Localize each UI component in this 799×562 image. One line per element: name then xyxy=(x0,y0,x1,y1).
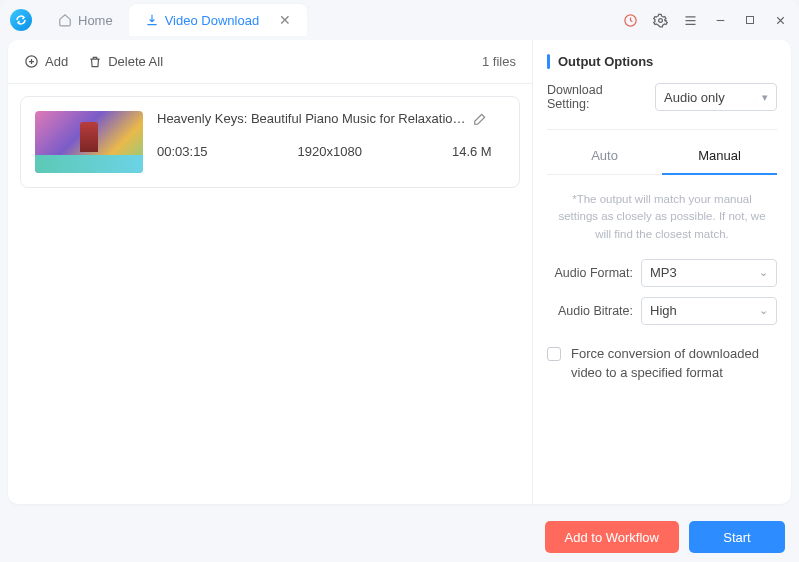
delete-all-label: Delete All xyxy=(108,54,163,69)
audio-bitrate-select[interactable]: High ⌄ xyxy=(641,297,777,325)
plus-circle-icon xyxy=(24,54,39,69)
tab-home-label: Home xyxy=(78,13,113,28)
delete-all-button[interactable]: Delete All xyxy=(88,54,163,69)
right-pane: Output Options Download Setting: Audio o… xyxy=(533,40,791,504)
tab-home[interactable]: Home xyxy=(42,4,129,36)
edit-icon[interactable] xyxy=(473,112,487,126)
manual-note: *The output will match your manual setti… xyxy=(547,175,777,259)
audio-bitrate-value: High xyxy=(650,303,677,318)
start-button[interactable]: Start xyxy=(689,521,785,553)
item-title: Heavenly Keys: Beautiful Piano Music for… xyxy=(157,111,467,126)
menu-icon[interactable] xyxy=(681,11,699,29)
item-info: Heavenly Keys: Beautiful Piano Music for… xyxy=(157,111,505,173)
close-icon[interactable] xyxy=(771,11,789,29)
item-resolution: 1920x1080 xyxy=(298,144,362,159)
tab-close-icon[interactable]: ✕ xyxy=(279,12,291,28)
minimize-icon[interactable] xyxy=(711,11,729,29)
trash-icon xyxy=(88,55,102,69)
settings-icon[interactable] xyxy=(651,11,669,29)
divider xyxy=(547,129,777,130)
item-size: 14.6 M xyxy=(452,144,492,159)
chevron-down-icon: ▾ xyxy=(762,91,768,104)
files-count: 1 files xyxy=(482,54,516,69)
thumbnail xyxy=(35,111,143,173)
items-list: Heavenly Keys: Beautiful Piano Music for… xyxy=(8,84,532,504)
download-icon xyxy=(145,13,159,27)
app-logo xyxy=(10,9,32,31)
subtab-manual[interactable]: Manual xyxy=(662,138,777,175)
tab-video-download-label: Video Download xyxy=(165,13,259,28)
subtab-auto[interactable]: Auto xyxy=(547,138,662,175)
add-label: Add xyxy=(45,54,68,69)
history-icon[interactable] xyxy=(621,11,639,29)
download-setting-value: Audio only xyxy=(664,90,725,105)
download-setting-label: Download Setting: xyxy=(547,83,647,111)
audio-format-label: Audio Format: xyxy=(547,266,633,280)
add-to-workflow-button[interactable]: Add to Workflow xyxy=(545,521,679,553)
home-icon xyxy=(58,13,72,27)
item-duration: 00:03:15 xyxy=(157,144,208,159)
download-setting-select[interactable]: Audio only ▾ xyxy=(655,83,777,111)
audio-bitrate-label: Audio Bitrate: xyxy=(547,304,633,318)
audio-format-value: MP3 xyxy=(650,265,677,280)
window-controls xyxy=(621,11,789,29)
audio-format-select[interactable]: MP3 ⌄ xyxy=(641,259,777,287)
titlebar: Home Video Download ✕ xyxy=(0,0,799,40)
output-subtabs: Auto Manual xyxy=(547,138,777,175)
chevron-down-icon: ⌄ xyxy=(759,304,768,317)
list-item[interactable]: Heavenly Keys: Beautiful Piano Music for… xyxy=(20,96,520,188)
chevron-down-icon: ⌄ xyxy=(759,266,768,279)
add-button[interactable]: Add xyxy=(24,54,68,69)
footer: Add to Workflow Start xyxy=(0,512,799,562)
output-options-title: Output Options xyxy=(547,54,777,69)
force-convert-checkbox[interactable] xyxy=(547,347,561,361)
force-convert-label: Force conversion of downloaded video to … xyxy=(571,345,777,383)
list-toolbar: Add Delete All 1 files xyxy=(8,40,532,84)
svg-point-1 xyxy=(658,18,662,22)
maximize-icon[interactable] xyxy=(741,11,759,29)
content: Add Delete All 1 files Heavenly Keys: Be… xyxy=(8,40,791,504)
tab-video-download[interactable]: Video Download ✕ xyxy=(129,4,307,36)
svg-rect-2 xyxy=(747,17,754,24)
left-pane: Add Delete All 1 files Heavenly Keys: Be… xyxy=(8,40,533,504)
